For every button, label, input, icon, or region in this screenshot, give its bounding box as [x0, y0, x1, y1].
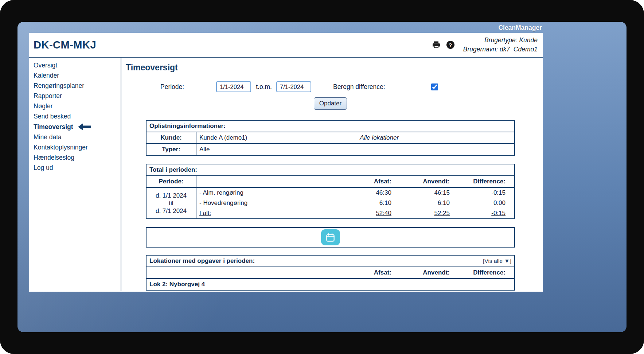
total-table-title: Total i perioden: [146, 164, 515, 176]
page-title: DK-CM-MKJ [34, 39, 432, 51]
period-line-1: d. 1/1 2024 [149, 192, 193, 199]
task-type-name: - Alm. rengøring [196, 187, 341, 198]
loc-col-anvendt: Anvendt: [394, 267, 453, 279]
sidebar-item-kontaktoplysninger[interactable]: Kontaktoplysninger [29, 143, 121, 153]
loc-col-difference: Difference: [453, 267, 515, 279]
task-type-name: - Hovedrengøring [196, 198, 341, 208]
afsat-value: 46:30 [341, 187, 394, 198]
sidebar-item-log-ud[interactable]: Log ud [29, 163, 121, 173]
period-to-input[interactable] [276, 81, 311, 92]
info-table-title: Oplistningsinformationer: [146, 120, 515, 132]
user-name: Brugernavn: dk7_Cdemo1 [463, 45, 538, 54]
locations-table: Lokationer med opgaver i perioden: [Vis … [146, 255, 515, 291]
periode-label: Periode: [160, 83, 184, 91]
col-anvendt: Anvendt: [394, 176, 453, 187]
info-table: Oplistningsinformationer: Kunde: Kunde A… [146, 120, 515, 156]
user-info: Brugertype: Kunde Brugernavn: dk7_Cdemo1 [463, 36, 538, 54]
sidebar-item-send-besked[interactable]: Send besked [29, 112, 121, 122]
sidebar-item-kalender[interactable]: Kalender [29, 71, 121, 81]
typer-value: Alle [196, 144, 515, 155]
ialt-afsat-link[interactable]: 52:40 [341, 208, 394, 219]
sidebar-item-timeoversigt[interactable]: Timeoversigt [29, 122, 121, 132]
update-button-row: Opdater [146, 97, 515, 110]
anvendt-value: 6:10 [394, 198, 453, 208]
ialt-difference-link[interactable]: -0:15 [453, 208, 515, 219]
kunde-label: Kunde: [146, 132, 196, 144]
header-icons: ? [432, 40, 454, 49]
content-title: Timeoversigt [126, 63, 543, 73]
opdater-button[interactable]: Opdater [314, 97, 347, 110]
period-line-3: d. 7/1 2024 [149, 207, 193, 215]
loc-col-afsat: Afsat: [341, 267, 394, 279]
calendar-box [146, 227, 515, 248]
difference-checkbox[interactable] [431, 83, 438, 90]
lokationer-value: Alle lokationer [247, 134, 511, 141]
sidebar-item-nogler[interactable]: Nøgler [29, 101, 121, 112]
panel-body: Oversigt Kalender Rengøringsplaner Rappo… [29, 58, 543, 291]
tom-label: t.o.m. [256, 83, 272, 91]
sidebar: Oversigt Kalender Rengøringsplaner Rappo… [29, 58, 121, 291]
period-controls: Periode: t.o.m. Beregn difference: [160, 81, 543, 92]
sidebar-item-mine-data[interactable]: Mine data [29, 132, 121, 143]
afsat-value: 6:10 [341, 198, 394, 208]
sidebar-item-rapporter[interactable]: Rapporter [29, 91, 121, 101]
panel-header: DK-CM-MKJ ? Brugertype: Kunde Brugernavn… [29, 33, 543, 58]
device-frame: CleanManager DK-CM-MKJ ? Brugertype: K [0, 0, 644, 354]
calendar-icon [325, 233, 335, 242]
main-content: Timeoversigt Periode: t.o.m. Beregn diff… [121, 58, 543, 291]
help-icon[interactable]: ? [446, 41, 454, 49]
col-afsat: Afsat: [341, 176, 394, 187]
ialt-anvendt-link[interactable]: 52:25 [394, 208, 453, 219]
calendar-button[interactable] [321, 229, 340, 245]
col-periode: Periode: [146, 176, 196, 187]
browser-window: CleanManager DK-CM-MKJ ? Brugertype: K [17, 22, 627, 332]
difference-value: 0:00 [453, 198, 515, 208]
sidebar-item-label: Timeoversigt [34, 123, 73, 131]
period-line-2: til [149, 199, 193, 207]
sidebar-item-oversigt[interactable]: Oversigt [29, 61, 121, 71]
total-table: Total i perioden: Periode: Afsat: Anvend… [146, 164, 515, 219]
kunde-value: Kunde A (demo1) [199, 134, 247, 141]
difference-label: Beregn difference: [333, 83, 385, 91]
active-item-arrow-icon [78, 123, 91, 131]
difference-value: -0:15 [453, 187, 515, 198]
vis-alle-dropdown[interactable]: [Vis alle ▼] [483, 258, 511, 264]
anvendt-value: 46:15 [394, 187, 453, 198]
brand-label: CleanManager [498, 24, 542, 32]
app-panel: DK-CM-MKJ ? Brugertype: Kunde Brugernavn… [29, 33, 543, 292]
period-range: d. 1/1 2024 til d. 7/1 2024 [146, 187, 196, 219]
sidebar-item-rengoringsplaner[interactable]: Rengøringsplaner [29, 81, 121, 91]
sidebar-item-haendelseslog[interactable]: Hændelseslog [29, 153, 121, 163]
user-type: Brugertype: Kunde [463, 36, 538, 45]
locations-table-title: Lokationer med opgaver i perioden: [149, 257, 483, 265]
location-row[interactable]: Lok 2: Nyborgvej 4 [146, 279, 515, 290]
printer-icon[interactable] [432, 40, 441, 49]
period-from-input[interactable] [216, 81, 251, 92]
col-difference: Difference: [453, 176, 515, 187]
ialt-label-link[interactable]: I alt: [196, 208, 341, 219]
typer-label: Typer: [146, 144, 196, 155]
